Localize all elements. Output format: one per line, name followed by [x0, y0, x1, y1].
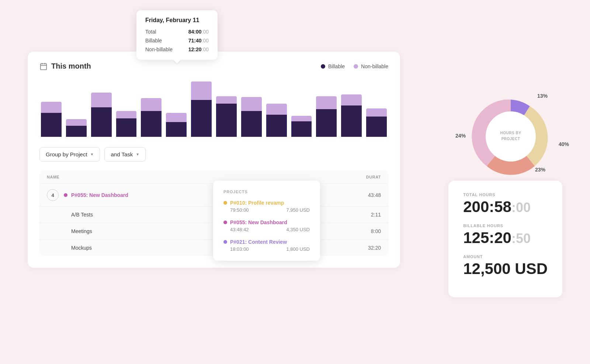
bar-group-2[interactable]	[91, 93, 112, 137]
donut-label-40: 40%	[559, 141, 569, 147]
project-usd-1: 4,350 USD	[286, 227, 310, 232]
bar-nonbillable-2	[91, 93, 112, 107]
total-hours-section: TOTAL HOURS 200:58:00	[463, 193, 548, 215]
stats-card: TOTAL HOURS 200:58:00 BILLABLE HOURS 125…	[448, 181, 562, 297]
bar-nonbillable-9	[266, 104, 287, 115]
bar-billable-8	[241, 111, 262, 137]
bar-group-0[interactable]	[41, 102, 62, 137]
project-details-1: 43:48:42 4,350 USD	[223, 227, 310, 232]
projects-popup: PROJECTS P#010: Profile revamp 79:50:00 …	[213, 181, 320, 261]
bar-billable-9	[266, 115, 287, 137]
bar-nonbillable-13	[366, 108, 387, 117]
project-time-2: 18:03:00	[230, 246, 249, 252]
billable-hours-section: BILLABLE HOURS 125:20:50	[463, 223, 548, 246]
tooltip-label-total: Total	[145, 29, 156, 35]
amount-value: 12,500 USD	[463, 261, 548, 277]
project-title-0: P#010: Profile revamp	[230, 200, 284, 206]
legend-dot-nonbillable	[354, 64, 358, 69]
calendar-icon	[39, 62, 48, 70]
donut-chart-container: HOURS BY PROJECT 13% 40% 23% 24%	[463, 89, 559, 184]
bar-billable-6	[191, 100, 212, 137]
donut-label-23: 23%	[535, 167, 545, 173]
bar-group-5[interactable]	[166, 113, 187, 137]
tooltip-title: Friday, February 11	[145, 17, 209, 24]
row-dot	[64, 193, 67, 197]
svg-rect-0	[41, 63, 47, 70]
billable-hours-value: 125:20:50	[463, 230, 548, 246]
project-item-1: P#055: New Dashboard 43:48:42 4,350 USD	[223, 219, 310, 232]
legend-label-billable: Billable	[328, 63, 345, 69]
bar-nonbillable-6	[191, 82, 212, 100]
amount-section: AMOUNT 12,500 USD	[463, 254, 548, 277]
chart-header: This month Billable Non-billable	[39, 62, 388, 70]
bar-group-13[interactable]	[366, 108, 387, 137]
billable-hours-suffix: :50	[511, 231, 531, 246]
legend-nonbillable: Non-billable	[354, 63, 388, 69]
bar-billable-13	[366, 117, 387, 137]
and-task-dropdown[interactable]: and Task ▼	[104, 147, 146, 162]
project-title-2: P#021: Content Review	[230, 239, 287, 245]
tooltip-row-nonbillable: Non-billable 12:20:00	[145, 46, 209, 52]
bar-group-7[interactable]	[216, 96, 237, 137]
tooltip-label-billable: Billable	[145, 38, 162, 44]
col-name-header: NAME	[47, 175, 344, 179]
tooltip-value-billable: 71:40:00	[188, 38, 209, 44]
bar-nonbillable-10	[291, 116, 312, 121]
bar-nonbillable-1	[66, 119, 87, 126]
project-usd-0: 7,950 USD	[286, 207, 310, 213]
bar-group-6[interactable]	[191, 82, 212, 137]
bar-nonbillable-8	[241, 97, 262, 111]
bar-nonbillable-0	[41, 102, 62, 113]
project-time-0: 79:50:00	[230, 207, 249, 213]
total-hours-label: TOTAL HOURS	[463, 193, 548, 197]
project-name-2: P#021: Content Review	[223, 239, 310, 245]
bar-group-4[interactable]	[141, 98, 162, 137]
bar-group-10[interactable]	[291, 116, 312, 137]
bar-nonbillable-11	[316, 96, 337, 109]
bar-billable-1	[66, 126, 87, 137]
group-by-chevron-icon: ▼	[90, 152, 94, 156]
bar-billable-3	[116, 118, 137, 137]
project-details-0: 79:50:00 7,950 USD	[223, 207, 310, 213]
bar-billable-4	[141, 111, 162, 137]
project-item-2: P#021: Content Review 18:03:00 1,800 USD	[223, 239, 310, 252]
billable-hours-label: BILLABLE HOURS	[463, 223, 548, 228]
tooltip-row-billable: Billable 71:40:00	[145, 38, 209, 44]
row-number: 4	[47, 189, 59, 201]
projects-list: P#010: Profile revamp 79:50:00 7,950 USD…	[223, 200, 310, 252]
bar-nonbillable-3	[116, 111, 137, 118]
bar-group-12[interactable]	[341, 94, 362, 137]
bar-billable-2	[91, 107, 112, 137]
chart-title: This month	[39, 62, 91, 70]
row-duration: 8:00	[344, 228, 381, 234]
bar-billable-0	[41, 113, 62, 137]
project-dot-2	[223, 240, 227, 244]
bar-nonbillable-4	[141, 98, 162, 111]
total-hours-suffix: :00	[511, 200, 531, 215]
bar-group-3[interactable]	[116, 111, 137, 137]
group-by-dropdown[interactable]: Group by Project ▼	[39, 147, 100, 162]
row-duration: 32:20	[344, 245, 381, 251]
donut-label-24: 24%	[455, 133, 466, 139]
and-task-chevron-icon: ▼	[136, 152, 139, 156]
tooltip-label-nonbillable: Non-billable	[145, 46, 173, 52]
bar-billable-7	[216, 104, 237, 137]
project-details-2: 18:03:00 1,800 USD	[223, 246, 310, 252]
bar-group-11[interactable]	[316, 96, 337, 137]
tooltip-value-total: 84:00:00	[188, 29, 209, 35]
bar-billable-11	[316, 109, 337, 137]
bar-group-8[interactable]	[241, 97, 262, 137]
project-dot-1	[223, 221, 227, 224]
legend-dot-billable	[321, 64, 325, 69]
col-duration-header: DURAT	[344, 175, 381, 179]
amount-label: AMOUNT	[463, 254, 548, 259]
tooltip-row-total: Total 84:00:00	[145, 29, 209, 35]
bar-group-1[interactable]	[66, 119, 87, 137]
chart-legend: Billable Non-billable	[321, 63, 388, 69]
bar-nonbillable-5	[166, 113, 187, 122]
project-name-0: P#010: Profile revamp	[223, 200, 310, 206]
bar-group-9[interactable]	[266, 104, 287, 137]
donut-labels: 13% 40% 23% 24%	[463, 89, 559, 184]
bar-chart	[39, 78, 388, 137]
project-time-1: 43:48:42	[230, 227, 249, 232]
